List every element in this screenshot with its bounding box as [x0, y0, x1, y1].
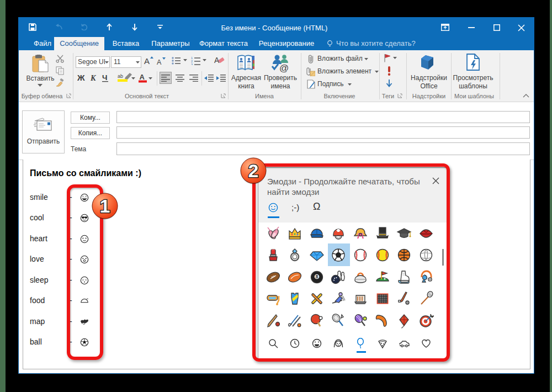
svg-text:@: @: [279, 63, 289, 72]
svg-text:3: 3: [191, 63, 193, 65]
svg-text:2: 2: [248, 160, 259, 181]
svg-text:ab: ab: [118, 73, 123, 79]
svg-text:A: A: [157, 59, 162, 66]
svg-text:A: A: [140, 73, 145, 81]
svg-text:1: 1: [100, 195, 110, 216]
svg-text:Ч: Ч: [102, 73, 108, 82]
svg-text:A: A: [144, 56, 150, 66]
svg-text:К: К: [91, 74, 97, 82]
svg-text:Ж: Ж: [77, 73, 85, 82]
